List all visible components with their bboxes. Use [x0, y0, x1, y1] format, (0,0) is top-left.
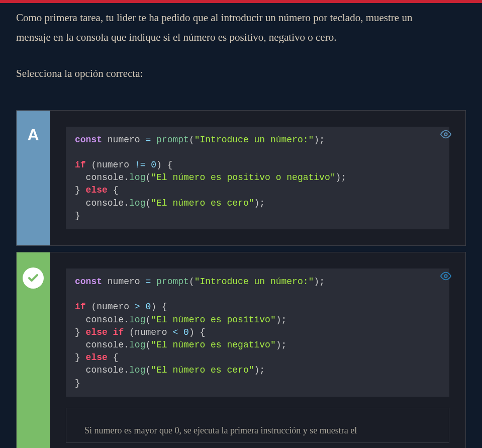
explanation-box: Si numero es mayor que 0, se ejecuta la … — [66, 408, 449, 443]
task-description: Como primera tarea, tu lider te ha pedid… — [16, 8, 428, 47]
option-card-a[interactable]: A const numero = prompt("Introduce un nú… — [16, 110, 466, 246]
code-block-a: const numero = prompt("Introduce un núme… — [66, 127, 449, 229]
code-block-b: const numero = prompt("Introduce un núme… — [66, 268, 449, 397]
option-badge-a: A — [17, 111, 50, 245]
svg-point-1 — [444, 275, 447, 278]
preview-icon[interactable] — [440, 271, 451, 284]
preview-icon[interactable] — [440, 129, 451, 142]
option-content: const numero = prompt("Introduce un núme… — [50, 111, 465, 245]
check-icon — [23, 267, 44, 289]
badge-letter: A — [27, 126, 39, 144]
option-content: const numero = prompt("Introduce un núme… — [50, 252, 465, 448]
option-card-b-correct[interactable]: const numero = prompt("Introduce un núme… — [16, 252, 466, 448]
instruction-text: Selecciona la opción correcta: — [16, 67, 466, 80]
option-badge-correct — [17, 252, 50, 448]
main-content: Como primera tarea, tu lider te ha pedid… — [0, 3, 482, 448]
svg-point-0 — [444, 133, 447, 136]
